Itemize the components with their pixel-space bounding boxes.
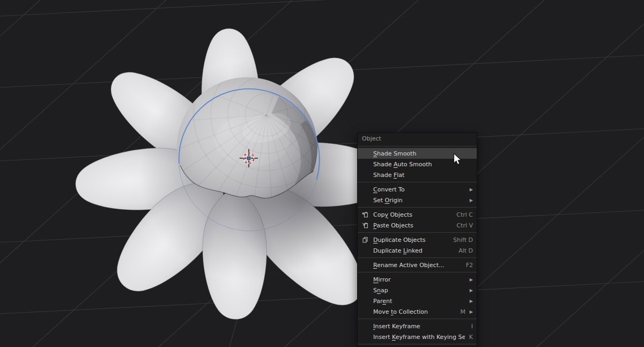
submenu-arrow-icon: ▶ xyxy=(468,299,473,304)
menu-item-label: Insert Keyframe xyxy=(373,323,467,330)
menu-item-insert-keyframe-with-keying-set[interactable]: Insert Keyframe with Keying Set K xyxy=(358,331,477,342)
menu-separator xyxy=(358,256,477,260)
menu-item-label: Rename Active Object... xyxy=(373,262,462,269)
menu-item-copy-objects[interactable]: Copy Objects Ctrl C xyxy=(358,209,477,220)
menu-item-shortcut: K xyxy=(469,334,473,341)
menu-item-label: Shade Flat xyxy=(373,172,473,179)
menu-item-label: Copy Objects xyxy=(373,211,452,218)
menu-item-duplicate-linked[interactable]: Duplicate Linked Alt D xyxy=(358,245,477,256)
mouse-cursor xyxy=(453,153,465,169)
submenu-arrow-icon: ▶ xyxy=(468,309,473,314)
menu-item-label: Move to Collection xyxy=(373,308,456,315)
menu-separator xyxy=(358,317,477,321)
submenu-arrow-icon: ▶ xyxy=(468,198,473,203)
menu-item-label: Mirror xyxy=(373,276,465,283)
menu-item-shortcut: M xyxy=(461,308,466,315)
menu-item-snap[interactable]: Snap ▶ xyxy=(358,285,477,296)
menu-item-label: Set Origin xyxy=(373,197,465,204)
menu-item-label: Insert Keyframe with Keying Set xyxy=(373,334,465,341)
menu-separator xyxy=(358,144,477,148)
menu-item-label: Duplicate Linked xyxy=(373,247,454,254)
menu-item-insert-keyframe[interactable]: Insert Keyframe I xyxy=(358,321,477,331)
menu-item-shortcut: Shift D xyxy=(453,237,473,243)
menu-item-shortcut: I xyxy=(471,323,473,330)
menu-item-label: Duplicate Objects xyxy=(373,237,449,243)
menu-separator xyxy=(358,205,477,209)
menu-item-parent[interactable]: Parent ▶ xyxy=(358,296,477,306)
menu-item-shade-flat[interactable]: Shade Flat xyxy=(358,169,477,180)
menu-item-label: Snap xyxy=(373,287,465,294)
submenu-arrow-icon: ▶ xyxy=(468,187,473,192)
menu-item-shortcut: Alt D xyxy=(458,247,473,254)
menu-item-duplicate-objects[interactable]: Duplicate Objects Shift D xyxy=(358,234,477,245)
menu-item-set-origin[interactable]: Set Origin ▶ xyxy=(358,195,477,205)
menu-separator xyxy=(358,231,477,234)
duplicate-icon xyxy=(361,236,373,243)
copy-icon xyxy=(361,211,373,218)
menu-item-move-to-collection[interactable]: Move to Collection M ▶ xyxy=(358,306,477,317)
blender-3d-viewport[interactable] xyxy=(0,0,644,347)
menu-separator xyxy=(358,180,477,184)
menu-separator xyxy=(358,342,477,346)
menu-item-shortcut: Ctrl C xyxy=(456,211,473,218)
menu-separator xyxy=(358,270,477,274)
menu-item-convert-to[interactable]: Convert To ▶ xyxy=(358,184,477,195)
menu-item-shortcut: F2 xyxy=(466,262,473,269)
menu-title: Object xyxy=(358,133,477,144)
menu-item-label: Paste Objects xyxy=(373,222,452,229)
menu-item-rename-active-object[interactable]: Rename Active Object... F2 xyxy=(358,260,477,270)
menu-item-label: Convert To xyxy=(373,186,465,193)
menu-item-paste-objects[interactable]: Paste Objects Ctrl V xyxy=(358,220,477,231)
menu-item-label: Parent xyxy=(373,298,465,305)
paste-icon xyxy=(361,222,373,229)
menu-item-mirror[interactable]: Mirror ▶ xyxy=(358,274,477,285)
submenu-arrow-icon: ▶ xyxy=(468,277,473,282)
submenu-arrow-icon: ▶ xyxy=(468,288,473,293)
blender-viewport-screenshot: { "viewport": { "background_color": "#1e… xyxy=(0,0,644,347)
menu-item-shortcut: Ctrl V xyxy=(456,222,473,229)
